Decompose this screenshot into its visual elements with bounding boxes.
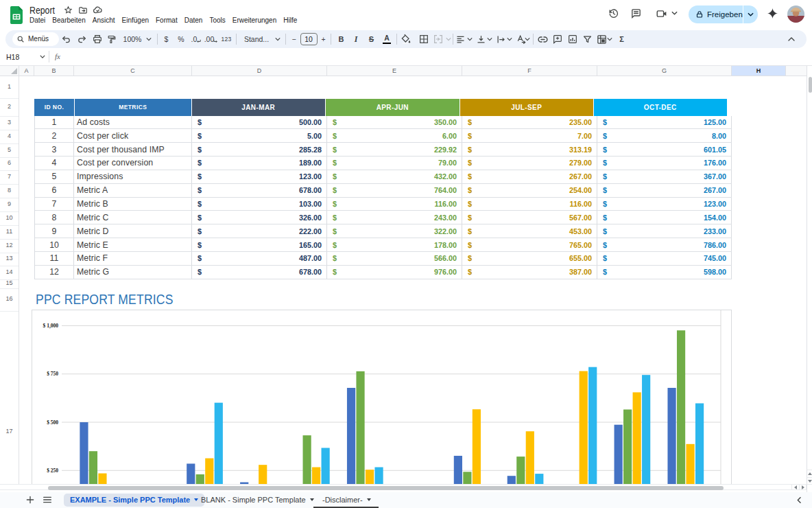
cell-value[interactable]: $154.00: [597, 211, 732, 224]
row-header-9[interactable]: 9: [0, 200, 19, 207]
cell-value[interactable]: $189.00: [192, 157, 327, 170]
all-sheets-menu-button[interactable]: [40, 493, 54, 507]
cell-value[interactable]: $5.00: [192, 129, 327, 142]
redo-button[interactable]: [73, 30, 90, 48]
cell-value[interactable]: $279.00: [462, 157, 597, 170]
cell-value[interactable]: $267.00: [462, 170, 597, 183]
cell-value[interactable]: $765.00: [462, 238, 597, 251]
cell-value[interactable]: $350.00: [327, 116, 462, 129]
cell-value[interactable]: $8.00: [597, 129, 732, 142]
cell-value[interactable]: $487.00: [192, 252, 327, 265]
zoom-select-caret-icon[interactable]: [145, 30, 152, 48]
cell-value[interactable]: $7.00: [462, 129, 597, 142]
row-header-6[interactable]: 6: [0, 159, 19, 166]
cell-value[interactable]: $222.00: [192, 224, 327, 238]
cell-value[interactable]: $976.00: [327, 266, 462, 279]
menu-hilfe[interactable]: Hilfe: [280, 15, 300, 26]
vertical-align-button-caret-icon[interactable]: [486, 30, 492, 48]
sheet-tab-caret-icon[interactable]: [367, 498, 371, 501]
sheet-tab-1[interactable]: EXAMPLE - Simple PPC Template: [64, 494, 204, 507]
table-row[interactable]: 2Cost per click$5.00$6.00$7.00$8.00: [35, 129, 732, 143]
cell-metric-name[interactable]: Ad costs: [74, 116, 192, 129]
cell-metric-name[interactable]: Cost per conversion: [74, 157, 192, 170]
insert-comment-button[interactable]: [549, 30, 566, 48]
row-header-8[interactable]: 8: [0, 187, 19, 194]
cell-metric-name[interactable]: Cost per thousand IMP: [74, 143, 192, 156]
table-row[interactable]: 3Cost per thousand IMP$285.28$229.92$313…: [35, 143, 732, 157]
cell-value[interactable]: $254.00: [462, 184, 597, 197]
strikethrough-button[interactable]: S: [363, 30, 380, 48]
column-header-H[interactable]: H: [732, 66, 786, 76]
add-sheet-button[interactable]: [23, 493, 37, 507]
cell-value[interactable]: $267.00: [597, 184, 732, 197]
text-rotation-button-caret-icon[interactable]: [525, 30, 531, 48]
cell-id[interactable]: 10: [35, 238, 74, 251]
cell-id[interactable]: 6: [35, 184, 74, 197]
fill-color-button[interactable]: [398, 30, 414, 48]
vertical-scrollbar-thumb[interactable]: [809, 77, 812, 93]
row-header-10[interactable]: 10: [0, 214, 19, 221]
font-size-input[interactable]: 10: [300, 33, 318, 45]
table-row[interactable]: 5Impressions$123.00$432.00$267.00$367.00: [35, 170, 732, 184]
sheet-tab-2[interactable]: BLANK - Simple PPC Template: [195, 494, 320, 507]
comments-icon[interactable]: [630, 8, 643, 20]
name-box-caret-icon[interactable]: [40, 55, 45, 58]
menu-datei[interactable]: Datei: [27, 15, 48, 26]
insert-link-button[interactable]: [534, 30, 551, 48]
table-row[interactable]: 10Metric E$165.00$178.00$765.00$786.00: [35, 238, 732, 252]
cell-value[interactable]: $123.00: [597, 198, 732, 211]
horizontal-align-button-caret-icon[interactable]: [466, 30, 473, 48]
cell-value[interactable]: $313.19: [462, 143, 597, 156]
tab-scroll-left-icon[interactable]: [793, 494, 805, 506]
cell-metric-name[interactable]: Cost per click: [74, 129, 192, 142]
cell-value[interactable]: $655.00: [462, 252, 597, 265]
text-color-button[interactable]: A: [379, 30, 395, 48]
cell-value[interactable]: $598.00: [597, 266, 732, 279]
decrease-decimals-button[interactable]: .0: [188, 30, 204, 48]
font-select[interactable]: Stand...: [237, 30, 276, 48]
column-header-B[interactable]: B: [34, 66, 74, 76]
font-select-caret-icon[interactable]: [274, 30, 280, 48]
table-row[interactable]: 4Cost per conversion$189.00$79.00$279.00…: [35, 157, 732, 170]
cell-value[interactable]: $764.00: [327, 184, 462, 197]
cell-value[interactable]: $367.00: [597, 170, 732, 183]
cell-value[interactable]: $176.00: [597, 157, 732, 170]
vertical-scrollbar[interactable]: [807, 66, 812, 484]
embedded-chart[interactable]: $ 250$ 500$ 750$ 1,000: [32, 310, 732, 492]
cell-value[interactable]: $453.00: [462, 224, 597, 238]
cell-value[interactable]: $243.00: [327, 211, 462, 224]
cell-id[interactable]: 4: [35, 157, 74, 170]
column-header-E[interactable]: E: [327, 66, 462, 76]
functions-button[interactable]: Σ: [614, 30, 630, 48]
row-header-17[interactable]: 17: [0, 428, 19, 435]
cell-value[interactable]: $125.00: [597, 116, 732, 129]
share-button[interactable]: Freigeben: [689, 5, 758, 23]
bold-button[interactable]: B: [333, 30, 350, 48]
menu-bearbeiten[interactable]: Bearbeiten: [49, 15, 88, 26]
table-views-button-caret-icon[interactable]: [607, 30, 613, 48]
cell-id[interactable]: 3: [35, 143, 74, 156]
cell-id[interactable]: 5: [35, 170, 74, 183]
cell-value[interactable]: $678.00: [192, 266, 327, 279]
merge-cells-button-caret-icon[interactable]: [445, 30, 451, 48]
cell-value[interactable]: $500.00: [192, 116, 327, 129]
insert-chart-button[interactable]: [564, 30, 581, 48]
column-header-A[interactable]: A: [19, 66, 34, 76]
menu-ansicht[interactable]: Ansicht: [90, 15, 118, 26]
meet-camera-icon[interactable]: [656, 8, 668, 20]
text-wrapping-button-caret-icon[interactable]: [506, 30, 512, 48]
row-header-12[interactable]: 12: [0, 242, 19, 249]
row-header-13[interactable]: 13: [0, 255, 19, 262]
cell-metric-name[interactable]: Impressions: [74, 170, 192, 183]
sheet-canvas[interactable]: ID NO.METRICSJAN-MARAPR-JUNJUL-SEPOCT-DE…: [0, 76, 807, 492]
table-row[interactable]: 6Metric A$678.00$764.00$254.00$267.00: [35, 184, 732, 198]
cell-id[interactable]: 1: [35, 116, 74, 129]
account-avatar[interactable]: [787, 5, 804, 23]
cell-value[interactable]: $601.05: [597, 143, 732, 156]
column-header-D[interactable]: D: [192, 66, 327, 76]
cell-value[interactable]: $285.28: [192, 143, 327, 156]
merge-cells-button[interactable]: [430, 30, 446, 48]
cell-value[interactable]: $123.00: [192, 170, 327, 183]
cell-value[interactable]: $79.00: [327, 157, 462, 170]
increase-decimals-button[interactable]: .00: [203, 30, 219, 48]
